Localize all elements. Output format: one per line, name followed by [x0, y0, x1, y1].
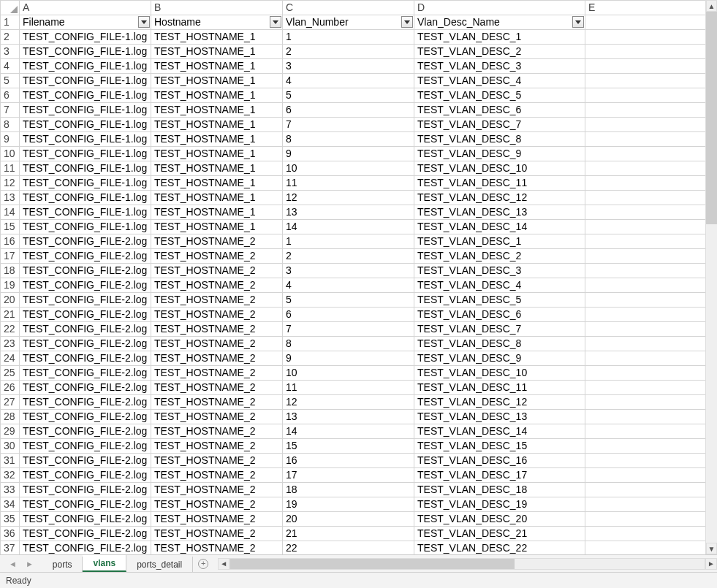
cell[interactable]: 1	[283, 234, 414, 249]
cell[interactable]: TEST_VLAN_DESC_15	[414, 439, 585, 454]
cell[interactable]: 8	[283, 132, 414, 147]
cell[interactable]: TEST_HOSTNAME_1	[151, 220, 283, 234]
scroll-right-icon[interactable]: ►	[705, 558, 717, 570]
col-header-C[interactable]: C	[283, 1, 414, 15]
cell[interactable]: TEST_HOSTNAME_2	[151, 293, 283, 308]
cell[interactable]: TEST_VLAN_DESC_22	[414, 541, 585, 555]
cell[interactable]: TEST_CONFIG_FILE-2.log	[20, 322, 151, 337]
cell[interactable]: TEST_CONFIG_FILE-2.log	[20, 497, 151, 512]
cell[interactable]: 15	[283, 439, 414, 454]
cell[interactable]	[585, 527, 718, 541]
cell[interactable]: TEST_CONFIG_FILE-2.log	[20, 337, 151, 351]
cell[interactable]: TEST_VLAN_DESC_10	[414, 161, 585, 176]
row-header[interactable]: 18	[1, 264, 20, 278]
cell[interactable]	[585, 161, 718, 176]
cell[interactable]: TEST_CONFIG_FILE-1.log	[20, 30, 151, 45]
cell[interactable]: TEST_VLAN_DESC_8	[414, 132, 585, 147]
cell[interactable]	[585, 30, 718, 45]
row-header-1[interactable]: 1	[1, 15, 20, 30]
row-header[interactable]: 31	[1, 454, 20, 468]
cell[interactable]: TEST_VLAN_DESC_11	[414, 381, 585, 395]
select-all-corner[interactable]	[1, 1, 20, 15]
cell[interactable]: TEST_VLAN_DESC_6	[414, 103, 585, 118]
vertical-scrollbar[interactable]: ▲ ▼	[705, 0, 717, 554]
row-header[interactable]: 26	[1, 381, 20, 395]
cell-E1[interactable]	[585, 15, 718, 30]
cell[interactable]: TEST_VLAN_DESC_10	[414, 366, 585, 381]
cell[interactable]: TEST_CONFIG_FILE-2.log	[20, 234, 151, 249]
row-header[interactable]: 8	[1, 118, 20, 132]
row-header[interactable]: 13	[1, 191, 20, 205]
cell[interactable]	[585, 497, 718, 512]
filter-dropdown-icon[interactable]	[572, 16, 584, 28]
row-header[interactable]: 33	[1, 483, 20, 497]
cell[interactable]: TEST_HOSTNAME_2	[151, 497, 283, 512]
cell[interactable]: TEST_VLAN_DESC_7	[414, 322, 585, 337]
cell[interactable]: TEST_HOSTNAME_2	[151, 366, 283, 381]
cell[interactable]: TEST_HOSTNAME_1	[151, 191, 283, 205]
cell[interactable]: TEST_VLAN_DESC_5	[414, 88, 585, 103]
cell[interactable]: TEST_CONFIG_FILE-1.log	[20, 45, 151, 59]
cell[interactable]: TEST_CONFIG_FILE-1.log	[20, 74, 151, 88]
cell[interactable]: TEST_VLAN_DESC_20	[414, 512, 585, 527]
cell[interactable]: TEST_HOSTNAME_1	[151, 118, 283, 132]
cell[interactable]: TEST_VLAN_DESC_9	[414, 147, 585, 161]
tab-nav-arrows[interactable]: ◄ ►	[0, 555, 42, 572]
cell[interactable]	[585, 541, 718, 555]
cell[interactable]: 4	[283, 74, 414, 88]
header-cell-vlan-number[interactable]: Vlan_Number	[283, 15, 414, 30]
col-header-D[interactable]: D	[414, 1, 585, 15]
col-header-E[interactable]: E	[585, 1, 718, 15]
cell[interactable]: 21	[283, 527, 414, 541]
cell[interactable]: TEST_HOSTNAME_1	[151, 205, 283, 220]
cell[interactable]: TEST_HOSTNAME_2	[151, 234, 283, 249]
row-header[interactable]: 12	[1, 176, 20, 191]
row-header[interactable]: 22	[1, 322, 20, 337]
cell[interactable]: TEST_VLAN_DESC_6	[414, 308, 585, 322]
cell[interactable]: TEST_CONFIG_FILE-2.log	[20, 249, 151, 264]
cell[interactable]: TEST_HOSTNAME_1	[151, 59, 283, 74]
cell[interactable]: 4	[283, 278, 414, 293]
cell[interactable]: TEST_HOSTNAME_2	[151, 337, 283, 351]
row-header[interactable]: 34	[1, 497, 20, 512]
cell[interactable]: TEST_VLAN_DESC_5	[414, 293, 585, 308]
cell[interactable]: TEST_VLAN_DESC_21	[414, 527, 585, 541]
cell[interactable]: TEST_CONFIG_FILE-2.log	[20, 424, 151, 439]
cell[interactable]	[585, 454, 718, 468]
row-header[interactable]: 21	[1, 308, 20, 322]
cell[interactable]: TEST_CONFIG_FILE-1.log	[20, 103, 151, 118]
cell[interactable]: TEST_VLAN_DESC_8	[414, 337, 585, 351]
row-header[interactable]: 7	[1, 103, 20, 118]
cell[interactable]: TEST_HOSTNAME_1	[151, 132, 283, 147]
cell[interactable]: 13	[283, 205, 414, 220]
cell[interactable]: 11	[283, 176, 414, 191]
cell[interactable]: 10	[283, 161, 414, 176]
cell[interactable]: 17	[283, 468, 414, 483]
cell[interactable]	[585, 410, 718, 424]
row-header[interactable]: 11	[1, 161, 20, 176]
cell[interactable]: TEST_VLAN_DESC_4	[414, 74, 585, 88]
cell[interactable]: TEST_VLAN_DESC_11	[414, 176, 585, 191]
cell[interactable]: TEST_CONFIG_FILE-2.log	[20, 395, 151, 410]
cell[interactable]: TEST_CONFIG_FILE-2.log	[20, 468, 151, 483]
cell[interactable]: 22	[283, 541, 414, 555]
cell[interactable]: 14	[283, 220, 414, 234]
cell[interactable]: TEST_VLAN_DESC_12	[414, 395, 585, 410]
cell[interactable]: TEST_CONFIG_FILE-2.log	[20, 454, 151, 468]
cell[interactable]: TEST_CONFIG_FILE-2.log	[20, 381, 151, 395]
cell[interactable]: TEST_CONFIG_FILE-2.log	[20, 410, 151, 424]
cell[interactable]: 19	[283, 497, 414, 512]
cell[interactable]: TEST_VLAN_DESC_1	[414, 234, 585, 249]
row-header[interactable]: 6	[1, 88, 20, 103]
cell[interactable]: TEST_HOSTNAME_2	[151, 395, 283, 410]
cell[interactable]: 11	[283, 381, 414, 395]
cell[interactable]: 9	[283, 147, 414, 161]
vscroll-thumb[interactable]	[706, 12, 717, 224]
row-header[interactable]: 24	[1, 351, 20, 366]
cell[interactable]: 6	[283, 103, 414, 118]
cell[interactable]: TEST_HOSTNAME_2	[151, 483, 283, 497]
cell[interactable]: TEST_VLAN_DESC_9	[414, 351, 585, 366]
cell[interactable]: TEST_CONFIG_FILE-1.log	[20, 118, 151, 132]
cell[interactable]	[585, 322, 718, 337]
cell[interactable]: TEST_CONFIG_FILE-2.log	[20, 527, 151, 541]
